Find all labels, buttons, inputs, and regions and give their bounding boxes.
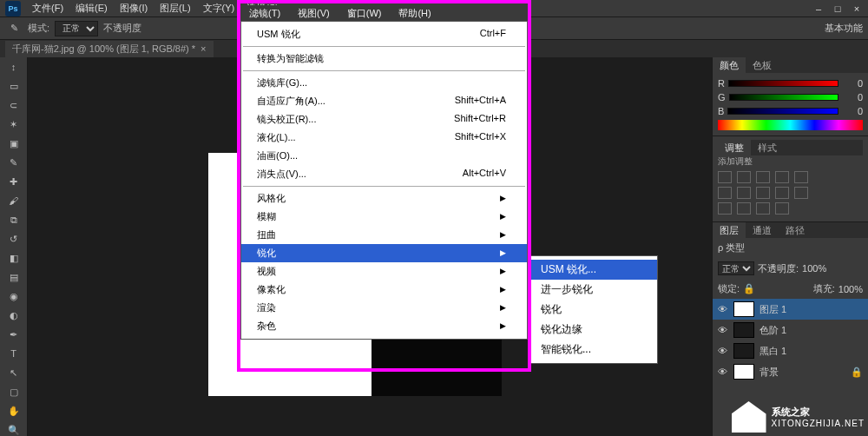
adjust-hint: 添加调整 (718, 155, 863, 168)
tab-paths[interactable]: 路径 (779, 222, 812, 239)
opacity-lbl: 不透明度: (758, 262, 799, 275)
blend-select[interactable]: 正常 (718, 261, 754, 275)
layer-thumb (733, 322, 754, 338)
adjust-icon[interactable] (775, 171, 789, 183)
filter-menu-item[interactable]: 视频 (241, 262, 527, 281)
history-brush-icon[interactable]: ↺ (5, 233, 23, 245)
tab-styles[interactable]: 样式 (751, 140, 784, 156)
eye-icon[interactable]: 👁 (718, 367, 728, 377)
tab-close-icon[interactable]: × (201, 43, 206, 54)
close-icon[interactable]: × (851, 3, 863, 15)
menu-help[interactable]: 帮助(H) (390, 5, 439, 22)
adjust-icon[interactable] (737, 202, 751, 215)
eye-icon[interactable]: 👁 (718, 304, 728, 314)
eye-icon[interactable]: 👁 (718, 325, 728, 335)
filter-menu-item[interactable]: USM 锐化Ctrl+F (241, 25, 527, 43)
filter-menu-item[interactable]: 风格化 (241, 189, 527, 208)
sharpen-menu-item[interactable]: 智能锐化... (529, 340, 657, 360)
eye-icon[interactable]: 👁 (718, 346, 728, 356)
workspace-select[interactable]: 基本功能 (825, 22, 863, 35)
menu-window[interactable]: 窗口(W) (339, 5, 391, 22)
adjust-icon[interactable] (756, 202, 770, 215)
filter-menu-item[interactable]: 液化(L)...Shift+Ctrl+X (241, 129, 527, 147)
filter-menu-item[interactable]: 杂色 (241, 317, 527, 335)
shape-tool-icon[interactable]: ▢ (5, 386, 23, 398)
eyedropper-tool-icon[interactable]: ✎ (5, 156, 23, 168)
adjust-icon[interactable] (718, 202, 732, 215)
wand-tool-icon[interactable]: ✶ (5, 118, 23, 130)
path-tool-icon[interactable]: ↖ (5, 367, 23, 379)
menu-type[interactable]: 文字(Y) (197, 0, 241, 17)
g-slider[interactable] (729, 94, 838, 101)
mode-select[interactable]: 正常 (55, 21, 98, 36)
dodge-tool-icon[interactable]: ◐ (5, 309, 23, 321)
layer-row[interactable]: 👁黑白 1 (713, 340, 868, 361)
layer-row[interactable]: 👁图层 1 (713, 299, 868, 320)
filter-menu-item[interactable]: 像素化 (241, 281, 527, 299)
adjust-icon[interactable] (737, 171, 751, 183)
r-slider[interactable] (728, 80, 838, 87)
sharpen-menu-item[interactable]: USM 锐化... (529, 260, 657, 280)
zoom-tool-icon[interactable]: 🔍 (5, 424, 23, 436)
menu-edit[interactable]: 编辑(E) (69, 0, 114, 17)
hand-tool-icon[interactable]: ✋ (5, 405, 23, 417)
layer-row[interactable]: 👁色阶 1 (713, 320, 868, 340)
adjust-icon[interactable] (775, 187, 789, 199)
filter-menu-item[interactable]: 油画(O)... (241, 147, 527, 165)
gradient-tool-icon[interactable]: ▤ (5, 271, 23, 283)
filter-menu-item[interactable]: 镜头校正(R)...Shift+Ctrl+R (241, 110, 527, 129)
hue-strip[interactable] (718, 120, 863, 130)
filter-menu-item[interactable]: 锐化 (241, 244, 527, 262)
sharpen-menu-item[interactable]: 锐化边缘 (529, 320, 657, 340)
adjust-icon[interactable] (775, 202, 789, 215)
tab-color[interactable]: 颜色 (713, 57, 746, 74)
brush-tool-icon[interactable]: 🖌 (5, 195, 23, 207)
heal-tool-icon[interactable]: ✚ (5, 175, 23, 188)
blur-tool-icon[interactable]: ◉ (5, 290, 23, 302)
lasso-tool-icon[interactable]: ⊂ (5, 99, 23, 111)
maximize-icon[interactable]: □ (832, 3, 844, 15)
move-tool-icon[interactable]: ↕ (5, 61, 23, 73)
adjust-icon[interactable] (756, 187, 770, 199)
menu-filter[interactable]: 滤镜(T) (240, 5, 289, 22)
tools-panel: ↕ ▭ ⊂ ✶ ▣ ✎ ✚ 🖌 ⧉ ↺ ◧ ▤ ◉ ◐ ✒ T ↖ ▢ ✋ 🔍 (0, 57, 28, 436)
filter-menu-item[interactable]: 模糊 (241, 208, 527, 226)
b-value: 0 (842, 106, 863, 116)
menu-file[interactable]: 文件(F) (26, 0, 69, 17)
layer-row[interactable]: 👁背景🔒 (713, 361, 868, 382)
marquee-tool-icon[interactable]: ▭ (5, 80, 23, 92)
menu-image[interactable]: 图像(I) (114, 0, 154, 17)
filter-menu-item[interactable]: 消失点(V)...Alt+Ctrl+V (241, 165, 527, 183)
sharpen-menu-item[interactable]: 锐化 (529, 300, 657, 320)
tab-adjustments[interactable]: 调整 (718, 140, 751, 156)
adjust-icon[interactable] (756, 171, 770, 183)
tab-channels[interactable]: 通道 (746, 222, 779, 239)
pen-tool-icon[interactable]: ✒ (5, 328, 23, 340)
opacity-val[interactable]: 100% (802, 263, 826, 274)
eraser-tool-icon[interactable]: ◧ (5, 252, 23, 264)
stamp-tool-icon[interactable]: ⧉ (5, 214, 23, 226)
type-tool-icon[interactable]: T (5, 347, 23, 360)
adjust-icon[interactable] (737, 187, 751, 199)
filter-menu-item[interactable]: 滤镜库(G)... (241, 74, 527, 92)
filter-menu-item[interactable]: 转换为智能滤镜 (241, 50, 527, 68)
b-slider[interactable] (727, 108, 838, 115)
filter-menu-item[interactable]: 渲染 (241, 299, 527, 317)
adjust-icon[interactable] (718, 171, 732, 183)
adjust-icon[interactable] (794, 187, 808, 199)
fill-val[interactable]: 100% (838, 284, 863, 294)
lock-icon[interactable]: 🔒 (743, 283, 755, 294)
menu-layer[interactable]: 图层(L) (154, 0, 196, 17)
document-tab[interactable]: 千库网-猫2.jpg @ 100% (图层 1, RGB/8#) * × (5, 41, 214, 57)
filter-menu-item[interactable]: 扭曲 (241, 226, 527, 244)
adjust-icon[interactable] (794, 171, 808, 183)
current-tool-icon[interactable]: ✎ (5, 20, 23, 37)
adjust-icon[interactable] (718, 187, 732, 199)
minimize-icon[interactable]: – (812, 3, 825, 15)
filter-menu-item[interactable]: 自适应广角(A)...Shift+Ctrl+A (241, 92, 527, 110)
tab-swatches[interactable]: 色板 (746, 57, 779, 74)
crop-tool-icon[interactable]: ▣ (5, 137, 23, 149)
sharpen-menu-item[interactable]: 进一步锐化 (529, 280, 657, 300)
menu-view[interactable]: 视图(V) (289, 5, 339, 22)
tab-layers[interactable]: 图层 (713, 222, 746, 239)
